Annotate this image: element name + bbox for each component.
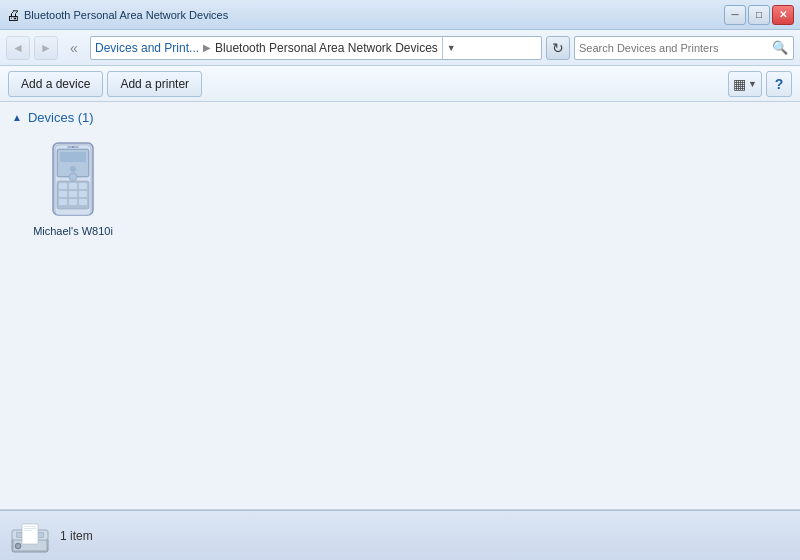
svg-rect-27 [24,526,36,527]
svg-rect-12 [79,191,87,197]
toolbar: Add a device Add a printer ▦ ▼ ? [0,66,800,102]
add-printer-label: Add a printer [120,77,189,91]
back-button[interactable]: ◄ [6,36,30,60]
svg-rect-29 [24,530,32,531]
device-item[interactable]: Michael's W810i [28,135,118,243]
breadcrumb-bar: Devices and Print... ▶ Bluetooth Persona… [90,36,542,60]
svg-rect-14 [69,199,77,205]
titlebar-title: Bluetooth Personal Area Network Devices [24,9,228,21]
svg-point-5 [70,166,76,172]
view-icon: ▦ [733,76,746,92]
svg-rect-15 [79,199,87,205]
minimize-button[interactable]: ─ [724,5,746,25]
status-item-count: 1 item [60,529,93,543]
add-device-button[interactable]: Add a device [8,71,103,97]
back-icon: ◄ [12,41,24,55]
device-label: Michael's W810i [33,225,113,237]
statusbar: 1 item [0,510,800,560]
svg-rect-13 [59,199,67,205]
maximize-button[interactable]: □ [748,5,770,25]
section-collapse-button[interactable]: ▲ [12,112,22,123]
forward-icon: ► [40,41,52,55]
svg-rect-28 [24,528,36,529]
search-icon[interactable]: 🔍 [771,39,789,57]
breadcrumb-separator: ▶ [203,42,211,53]
add-printer-button[interactable]: Add a printer [107,71,202,97]
addressbar: ◄ ► « Devices and Print... ▶ Bluetooth P… [0,30,800,66]
svg-rect-8 [69,183,77,189]
svg-rect-4 [60,152,86,162]
refresh-button[interactable]: ↻ [546,36,570,60]
svg-point-16 [69,173,77,181]
window-icon: 🖨 [6,7,20,23]
search-input[interactable] [579,42,771,54]
nav-separator: « [62,36,86,60]
breadcrumb-dropdown[interactable]: ▼ [442,36,460,60]
view-button[interactable]: ▦ ▼ [728,71,762,97]
breadcrumb-parent[interactable]: Devices and Print... [95,41,199,55]
phone-icon [47,141,99,221]
close-button[interactable]: ✕ [772,5,794,25]
svg-point-25 [16,544,20,548]
status-printer-icon [10,516,50,556]
svg-rect-11 [69,191,77,197]
svg-rect-9 [79,183,87,189]
titlebar-left: 🖨 Bluetooth Personal Area Network Device… [6,7,228,23]
main-area: ▲ Devices (1) [0,102,800,510]
section-header: ▲ Devices (1) [12,110,788,125]
svg-rect-10 [59,191,67,197]
forward-button[interactable]: ► [34,36,58,60]
view-arrow: ▼ [748,79,757,89]
titlebar: 🖨 Bluetooth Personal Area Network Device… [0,0,800,30]
search-box: 🔍 [574,36,794,60]
svg-rect-7 [59,183,67,189]
breadcrumb-current: Bluetooth Personal Area Network Devices [215,41,438,55]
help-button[interactable]: ? [766,71,792,97]
section-title: Devices (1) [28,110,94,125]
titlebar-controls: ─ □ ✕ [724,5,794,25]
svg-point-18 [72,146,74,148]
devices-grid: Michael's W810i [12,135,788,243]
add-device-label: Add a device [21,77,90,91]
